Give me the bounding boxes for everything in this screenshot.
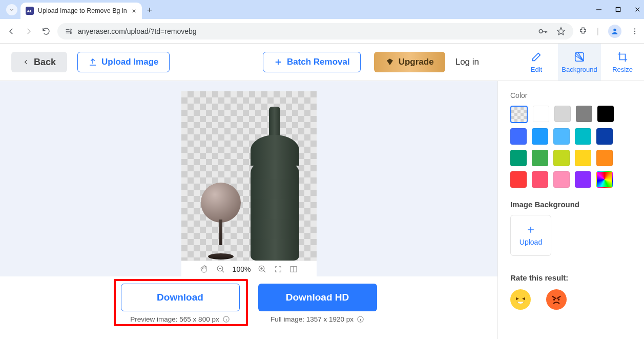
download-hd-label: Download HD (286, 292, 349, 303)
result-canvas[interactable] (181, 91, 317, 261)
reload-icon[interactable] (40, 25, 52, 37)
zoom-out-icon[interactable] (216, 265, 225, 274)
color-swatch[interactable] (532, 171, 548, 188)
color-swatch[interactable] (532, 128, 548, 145)
maximize-icon[interactable] (615, 7, 621, 12)
close-window-icon[interactable] (634, 6, 641, 13)
svg-point-7 (634, 33, 635, 34)
tab-edit[interactable]: Edit (515, 44, 558, 81)
tab-resize[interactable]: Resize (601, 44, 644, 81)
back-button-label: Back (34, 57, 56, 68)
upgrade-label: Upgrade (399, 57, 434, 67)
image-background-label: Image Background (510, 200, 632, 209)
color-swatch[interactable] (576, 106, 592, 122)
color-swatch[interactable] (575, 171, 591, 188)
color-swatch[interactable] (575, 128, 591, 145)
svg-point-6 (634, 30, 635, 31)
browser-address-bar: anyeraser.com/upload/?td=removebg | (0, 19, 644, 44)
info-icon[interactable] (357, 315, 364, 323)
workspace: 100% Download Preview image: 565 x 800 p… (0, 81, 644, 339)
info-icon[interactable] (222, 315, 230, 323)
fullscreen-icon[interactable] (274, 265, 282, 273)
svg-point-14 (553, 298, 555, 301)
plus-icon (274, 57, 283, 67)
login-link[interactable]: Log in (455, 57, 479, 67)
rate-positive-emoji[interactable] (510, 289, 531, 310)
site-settings-icon[interactable] (65, 27, 73, 35)
browser-tabstrip: AE Upload Image to Remove Bg in + (0, 0, 644, 19)
tab-search-button[interactable] (6, 4, 17, 15)
url-text: anyeraser.com/upload/?td=removebg (78, 27, 197, 35)
plus-icon (526, 225, 536, 235)
color-swatch[interactable] (554, 106, 571, 122)
color-swatch[interactable] (533, 106, 549, 122)
rate-result-label: Rate this result: (510, 273, 632, 282)
color-swatch[interactable] (596, 171, 613, 188)
wineglass-image (201, 183, 241, 260)
rate-negative-emoji[interactable] (546, 289, 567, 310)
color-swatch[interactable] (532, 150, 548, 166)
color-swatch[interactable] (510, 128, 527, 145)
laugh-face-icon (513, 292, 528, 307)
app-toolbar: Back Upload Image Batch Removal Upgrade … (0, 44, 644, 81)
color-swatch[interactable] (553, 171, 570, 188)
svg-point-4 (613, 28, 616, 31)
tab-background-label: Background (562, 66, 597, 73)
color-swatch[interactable] (596, 150, 613, 166)
color-swatch[interactable] (597, 106, 614, 122)
batch-removal-label: Batch Removal (287, 57, 350, 67)
upgrade-button[interactable]: Upgrade (374, 52, 445, 72)
extensions-icon[interactable] (578, 27, 588, 36)
tab-background[interactable]: Background (558, 44, 601, 81)
download-button-label: Download (157, 292, 203, 303)
color-swatch[interactable] (575, 150, 591, 166)
back-button[interactable]: Back (11, 52, 67, 72)
compare-icon[interactable] (289, 265, 298, 273)
color-section-label: Color (510, 91, 632, 99)
background-panel: Color Image Background Upload Rate this … (497, 81, 644, 339)
password-key-icon[interactable] (537, 26, 548, 36)
svg-rect-0 (616, 7, 620, 11)
bookmark-star-icon[interactable] (556, 26, 566, 36)
forward-icon (23, 25, 35, 37)
svg-point-1 (70, 29, 72, 30)
download-button[interactable]: Download (121, 284, 240, 311)
color-swatch[interactable] (510, 150, 527, 166)
new-tab-button[interactable]: + (147, 5, 153, 16)
background-icon (574, 51, 585, 63)
color-swatch[interactable] (510, 106, 528, 123)
svg-point-15 (558, 298, 560, 301)
close-tab-icon[interactable] (131, 8, 137, 14)
chrome-menu-icon[interactable] (631, 27, 639, 35)
omnibox[interactable]: anyeraser.com/upload/?td=removebg (57, 23, 573, 39)
upload-background-tile[interactable]: Upload (510, 215, 551, 256)
color-swatch[interactable] (510, 171, 527, 188)
back-icon[interactable] (5, 25, 17, 37)
download-hd-button[interactable]: Download HD (258, 284, 377, 311)
bottle-image (251, 107, 299, 261)
profile-avatar[interactable] (608, 25, 621, 38)
upload-image-button[interactable]: Upload Image (77, 52, 169, 72)
color-swatches (510, 106, 632, 188)
zoom-in-icon[interactable] (258, 265, 267, 274)
chevron-down-icon (9, 7, 15, 13)
pan-hand-icon[interactable] (200, 265, 209, 274)
preview-size-label: Preview image: 565 x 800 px (130, 315, 230, 323)
batch-removal-button[interactable]: Batch Removal (263, 52, 361, 72)
upload-icon (88, 57, 97, 67)
zoom-percent-label: 100% (233, 265, 251, 273)
edit-icon (531, 51, 542, 63)
browser-tab[interactable]: AE Upload Image to Remove Bg in (20, 3, 142, 19)
upload-tile-label: Upload (520, 238, 542, 246)
window-controls (596, 0, 641, 19)
zoom-toolbar: 100% (181, 261, 317, 277)
color-swatch[interactable] (553, 128, 570, 145)
download-bar: Download Preview image: 565 x 800 px Dow… (0, 276, 497, 339)
tab-resize-label: Resize (612, 66, 633, 73)
crop-icon (617, 51, 628, 63)
color-swatch[interactable] (596, 128, 613, 145)
color-swatch[interactable] (553, 150, 570, 166)
tab-title: Upload Image to Remove Bg in (38, 7, 127, 14)
minimize-icon[interactable] (596, 7, 602, 13)
canvas-area: 100% Download Preview image: 565 x 800 p… (0, 81, 497, 339)
